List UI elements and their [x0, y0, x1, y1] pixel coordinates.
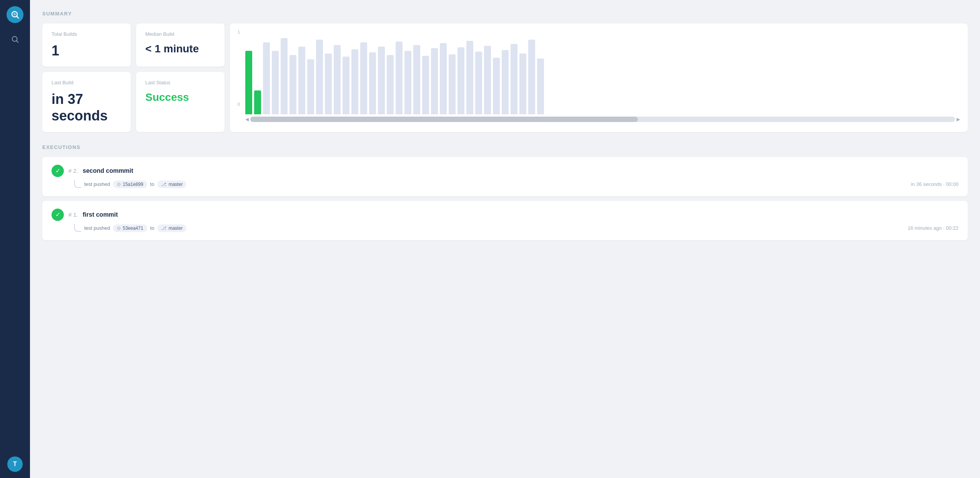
bar-gray: [334, 45, 341, 114]
bar-gray: [325, 53, 332, 114]
svg-line-4: [17, 41, 18, 42]
bar-gray: [343, 57, 349, 114]
summary-cards-top-row: Total Builds 1 Median Build < 1 minute: [42, 23, 225, 67]
bar-gray: [519, 53, 526, 114]
svg-point-2: [13, 13, 16, 15]
bars-area: [238, 30, 960, 114]
bar-gray: [272, 51, 279, 114]
exec-meta-left-1: test pushed ⊙ 53eea471 to ⎇ master: [68, 224, 186, 232]
bar-col-2: [254, 30, 261, 114]
last-status-card: Last Status Success: [136, 72, 225, 132]
svg-line-1: [17, 17, 19, 18]
user-avatar[interactable]: T: [7, 456, 23, 472]
summary-cards-bottom-row: Last Build in 37 seconds Last Status Suc…: [42, 72, 225, 132]
bar-gray: [484, 46, 491, 114]
execution-meta-1: test pushed ⊙ 53eea471 to ⎇ master 16 mi…: [52, 224, 958, 232]
commit-hash-1: 53eea471: [123, 226, 143, 231]
executions-section: EXECUTIONS ✓ # 2. second commmit test pu…: [42, 144, 968, 240]
bar-col-3: [263, 30, 270, 114]
bar-gray: [502, 50, 509, 114]
exec-event-2: test pushed: [84, 181, 110, 187]
bar-gray: [431, 48, 438, 114]
bar-gray: [466, 41, 473, 114]
exec-number-1: # 1.: [68, 211, 78, 218]
scroll-track[interactable]: [250, 117, 955, 122]
bar-gray: [307, 59, 314, 114]
branch-badge-1[interactable]: ⎇ master: [157, 224, 186, 232]
chart-inner: 1 0: [238, 30, 960, 114]
bar-gray: [360, 42, 367, 114]
bar-gray: [422, 56, 429, 114]
bar-gray: [449, 54, 456, 114]
execution-header-1: ✓ # 1. first commit: [52, 209, 958, 221]
scroll-right-arrow[interactable]: ▶: [957, 117, 960, 122]
total-builds-value: 1: [52, 42, 121, 59]
summary-title: SUMMARY: [42, 11, 968, 17]
last-status-value: Success: [145, 91, 215, 104]
total-builds-card: Total Builds 1: [42, 23, 131, 67]
last-build-card: Last Build in 37 seconds: [42, 72, 131, 132]
bar-gray: [351, 49, 358, 114]
commit-icon-1: ⊙: [117, 226, 121, 231]
commit-icon-2: ⊙: [117, 182, 121, 187]
commit-badge-1[interactable]: ⊙ 53eea471: [113, 224, 147, 232]
bar-gray: [528, 40, 535, 114]
curve-connector-1: [74, 224, 81, 232]
exec-time-2: 00:00: [946, 181, 958, 187]
bar-gray: [290, 55, 296, 114]
success-icon-2: ✓: [52, 165, 64, 177]
last-build-label: Last Build: [52, 80, 121, 85]
bar-gray: [475, 52, 482, 114]
chart-scrollbar[interactable]: ◀ ▶: [238, 117, 960, 122]
exec-duration-1: 16 minutes ago: [908, 225, 942, 231]
exec-meta-right-1: 16 minutes ago · 00:22: [908, 225, 958, 231]
bar-gray: [369, 52, 376, 114]
bar-col-1: [245, 30, 252, 114]
bar-gray: [493, 58, 500, 114]
bar-green-short: [254, 90, 261, 114]
branch-name-2: master: [168, 182, 183, 187]
search-icon[interactable]: [8, 32, 22, 46]
sidebar: T: [0, 0, 30, 478]
total-builds-label: Total Builds: [52, 31, 121, 37]
bar-gray: [316, 40, 323, 114]
execution-meta-2: test pushed ⊙ 15a1e899 to ⎇ master in 36…: [52, 180, 958, 189]
summary-top-row: Total Builds 1 Median Build < 1 minute L…: [42, 23, 968, 132]
bar-gray: [404, 51, 411, 114]
median-build-label: Median Build: [145, 31, 215, 37]
bar-gray: [387, 55, 394, 114]
chart-y-top: 1: [238, 30, 240, 34]
scroll-left-arrow[interactable]: ◀: [245, 117, 249, 122]
last-status-label: Last Status: [145, 80, 215, 85]
last-build-value: in 37 seconds: [52, 91, 121, 124]
scroll-thumb: [250, 117, 638, 122]
median-build-card: Median Build < 1 minute: [136, 23, 225, 67]
commit-badge-2[interactable]: ⊙ 15a1e899: [113, 181, 147, 188]
exec-event-1: test pushed: [84, 225, 110, 231]
bar-gray: [537, 58, 544, 114]
exec-title-1: first commit: [83, 211, 118, 218]
execution-card-2[interactable]: ✓ # 2. second commmit test pushed ⊙ 15a1…: [42, 157, 968, 196]
bar-gray: [298, 47, 305, 114]
builds-chart: 1 0: [230, 23, 968, 132]
bar-gray: [511, 44, 517, 114]
bar-gray: [396, 42, 403, 114]
branch-name-1: master: [168, 226, 183, 231]
execution-card-1[interactable]: ✓ # 1. first commit test pushed ⊙ 53eea4…: [42, 201, 968, 240]
bar-gray: [263, 42, 270, 114]
exec-meta-right-2: in 36 seconds · 00:00: [911, 181, 958, 187]
bar-gray: [413, 45, 420, 114]
bar-gray: [378, 47, 385, 114]
branch-icon-2: ⎇: [161, 182, 166, 187]
sidebar-bottom: T: [7, 456, 23, 472]
bar-gray: [458, 47, 464, 114]
exec-number-2: # 2.: [68, 167, 78, 174]
sidebar-logo[interactable]: [7, 6, 23, 23]
bar-gray: [281, 38, 288, 114]
main-content: SUMMARY Total Builds 1 Median Build < 1 …: [30, 0, 980, 478]
success-icon-1: ✓: [52, 209, 64, 221]
commit-hash-2: 15a1e899: [123, 182, 143, 187]
exec-to-1: to: [150, 225, 155, 231]
branch-badge-2[interactable]: ⎇ master: [157, 181, 186, 188]
median-build-value: < 1 minute: [145, 42, 215, 55]
